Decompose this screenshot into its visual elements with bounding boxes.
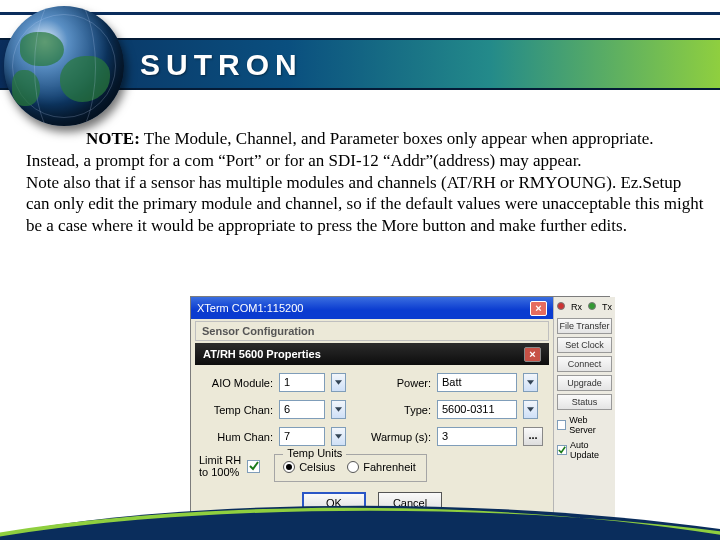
label-offset: Offset: (199, 524, 231, 536)
label-hum: Hum Chan: (199, 431, 273, 443)
embedded-window: XTerm COM1:115200 × Sensor Configuration… (190, 296, 610, 528)
label-warmup: Warmup (s): (361, 431, 431, 443)
parameter-field[interactable]: Temp (377, 520, 427, 539)
limit-label-2: to 100% (199, 466, 241, 478)
outer-title-text: XTerm COM1:115200 (197, 302, 303, 314)
limit-label-1: Limit RH (199, 454, 241, 466)
more-button[interactable]: ... (523, 427, 543, 446)
rx-label: Rx (571, 302, 582, 312)
auto-update-checkbox[interactable]: Auto Update (557, 438, 612, 460)
slide-header: SUTRON (0, 0, 720, 104)
web-server-checkbox[interactable]: Web Server (557, 413, 612, 435)
power-field[interactable]: Batt (437, 373, 517, 392)
label-type: Type: (361, 404, 431, 416)
chevron-down-icon[interactable] (523, 373, 538, 392)
note-label: NOTE: (86, 129, 140, 148)
type-field[interactable]: 5600-0311 (437, 400, 517, 419)
dialog-buttons: OK Cancel (191, 492, 553, 514)
upgrade-button[interactable]: Upgrade (557, 375, 612, 391)
globe-graphic (4, 6, 124, 126)
file-transfer-button[interactable]: File Transfer (557, 318, 612, 334)
aio-module-field[interactable]: 1 (279, 373, 325, 392)
checkbox-icon (557, 445, 567, 455)
tx-label: Tx (602, 302, 612, 312)
limit-rh-checkbox[interactable]: Limit RH to 100% (199, 454, 260, 478)
side-panel: Rx Tx File Transfer Set Clock Connect Up… (553, 297, 615, 527)
radio-celsius[interactable]: Celsius (283, 461, 335, 473)
radio-fahrenheit-label: Fahrenheit (363, 461, 416, 473)
properties-form: AIO Module: 1 Power: Batt Temp Chan: 6 T… (199, 373, 545, 446)
temp-chan-field[interactable]: 6 (279, 400, 325, 419)
chevron-down-icon[interactable] (331, 427, 346, 446)
label-power: Power: (361, 377, 431, 389)
web-server-label: Web Server (569, 415, 612, 435)
label-aio: AIO Module: (199, 377, 273, 389)
cutoff-row: Offset: 0 ... Parameter Temp (199, 520, 545, 539)
temp-units-legend: Temp Units (283, 447, 346, 459)
radio-celsius-label: Celsius (299, 461, 335, 473)
note-text: NOTE: The Module, Channel, and Parameter… (26, 128, 706, 237)
brand-logo-text: SUTRON (140, 48, 303, 82)
label-parameter: Parameter (315, 524, 366, 536)
hum-chan-field[interactable]: 7 (279, 427, 325, 446)
rx-led-icon (557, 302, 565, 310)
note-line-2: Note also that if a sensor has multiple … (26, 172, 706, 237)
cancel-button[interactable]: Cancel (378, 492, 442, 514)
accent-line (0, 12, 720, 15)
chevron-down-icon[interactable] (331, 373, 346, 392)
temp-units-group: Temp Units Celsius Fahrenheit (274, 454, 427, 482)
chevron-down-icon[interactable] (523, 400, 538, 419)
auto-update-label: Auto Update (570, 440, 612, 460)
offset-field[interactable]: 0 (241, 520, 275, 539)
sensor-config-header: Sensor Configuration (195, 321, 549, 341)
checkbox-icon (557, 420, 566, 430)
led-row: Rx Tx (557, 301, 612, 315)
close-icon[interactable]: × (530, 301, 547, 316)
connect-button[interactable]: Connect (557, 356, 612, 372)
radio-icon (283, 461, 295, 473)
more-button[interactable]: ... (285, 520, 305, 539)
inner-titlebar[interactable]: AT/RH 5600 Properties × (195, 343, 549, 365)
close-icon[interactable]: × (524, 347, 541, 362)
chevron-down-icon[interactable] (331, 400, 346, 419)
checkbox-icon[interactable] (247, 460, 260, 473)
status-button[interactable]: Status (557, 394, 612, 410)
radio-fahrenheit[interactable]: Fahrenheit (347, 461, 416, 473)
radio-icon (347, 461, 359, 473)
set-clock-button[interactable]: Set Clock (557, 337, 612, 353)
tx-led-icon (588, 302, 596, 310)
outer-titlebar[interactable]: XTerm COM1:115200 × (191, 297, 553, 319)
inner-title-text: AT/RH 5600 Properties (203, 348, 321, 360)
warmup-field[interactable]: 3 (437, 427, 517, 446)
ok-button[interactable]: OK (302, 492, 366, 514)
label-temp: Temp Chan: (199, 404, 273, 416)
